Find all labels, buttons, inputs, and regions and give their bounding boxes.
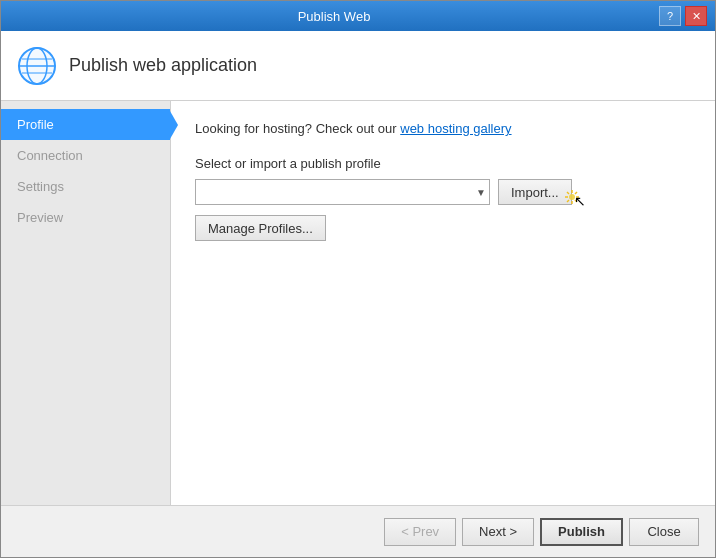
- svg-point-5: [19, 48, 55, 84]
- prev-button[interactable]: < Prev: [384, 518, 456, 546]
- publish-button[interactable]: Publish: [540, 518, 623, 546]
- sidebar-item-connection: Connection: [1, 140, 170, 171]
- help-button[interactable]: ?: [659, 6, 681, 26]
- import-button[interactable]: Import...: [498, 179, 572, 205]
- next-button[interactable]: Next >: [462, 518, 534, 546]
- profile-dropdown-wrapper: ▼: [195, 179, 490, 205]
- title-bar: Publish Web ? ✕: [1, 1, 715, 31]
- footer: < Prev Next > Publish Close: [1, 505, 715, 557]
- manage-profiles-button[interactable]: Manage Profiles...: [195, 215, 326, 241]
- close-button[interactable]: Close: [629, 518, 699, 546]
- header-section: Publish web application: [1, 31, 715, 101]
- header-title: Publish web application: [69, 55, 257, 76]
- window-title: Publish Web: [9, 9, 659, 24]
- window-close-button[interactable]: ✕: [685, 6, 707, 26]
- globe-icon: [17, 46, 57, 86]
- hosting-text: Looking for hosting? Check out our web h…: [195, 121, 691, 136]
- web-hosting-gallery-link[interactable]: web hosting gallery: [400, 121, 511, 136]
- profile-row: ▼ Import...: [195, 179, 691, 205]
- svg-line-12: [575, 192, 577, 194]
- svg-line-11: [575, 200, 577, 202]
- select-profile-label: Select or import a publish profile: [195, 156, 691, 171]
- content-area: Profile Connection Settings Preview Look…: [1, 101, 715, 505]
- mouse-cursor-icon: ↖: [574, 193, 586, 209]
- title-controls: ? ✕: [659, 6, 707, 26]
- sidebar: Profile Connection Settings Preview: [1, 101, 171, 505]
- main-content: Looking for hosting? Check out our web h…: [171, 101, 715, 505]
- sidebar-item-settings: Settings: [1, 171, 170, 202]
- publish-web-dialog: Publish Web ? ✕ Publish web application …: [0, 0, 716, 558]
- manage-profiles-row: Manage Profiles...: [195, 215, 691, 241]
- profile-dropdown[interactable]: [195, 179, 490, 205]
- sidebar-item-preview: Preview: [1, 202, 170, 233]
- sidebar-item-profile[interactable]: Profile: [1, 109, 170, 140]
